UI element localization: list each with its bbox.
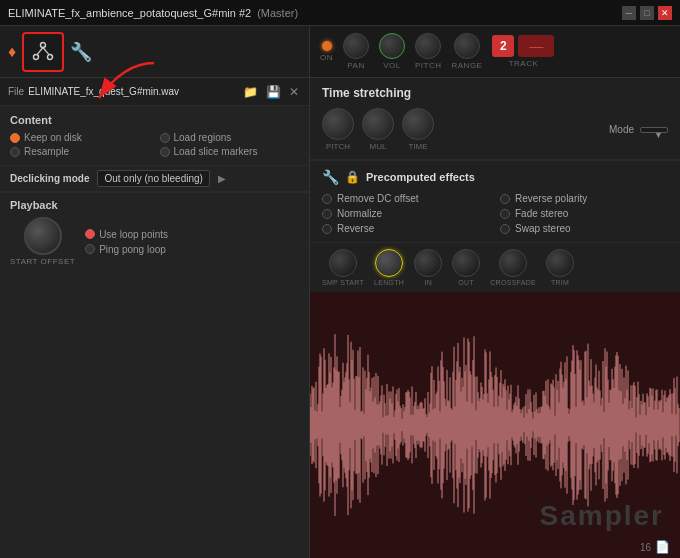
content-options-grid: Keep on disk Load regions Resample Load … <box>10 132 299 157</box>
node-icon-box[interactable] <box>22 32 64 72</box>
start-offset-knob-area: START OFFSET <box>10 217 75 266</box>
pitch-ts-label: PITCH <box>326 142 350 151</box>
playback-section: Playback START OFFSET Use loop points Pi… <box>0 192 309 272</box>
option-keep-on-disk-label: Keep on disk <box>24 132 82 143</box>
start-offset-label: START OFFSET <box>10 257 75 266</box>
content-title: Content <box>10 114 299 126</box>
pitch-ts-knob-group: PITCH <box>322 108 354 151</box>
radio-reverse-polarity <box>500 194 510 204</box>
mul-ts-label: MUL <box>370 142 387 151</box>
title-bar-left: ELIMINATE_fx_ambience_potatoquest_G#min … <box>8 7 298 19</box>
ts-mode-label: Mode <box>609 124 634 135</box>
fx-reverse[interactable]: Reverse <box>322 223 490 234</box>
option-ping-pong-loop[interactable]: Ping pong loop <box>85 244 168 255</box>
close-button[interactable]: ✕ <box>658 6 672 20</box>
radio-normalize <box>322 209 332 219</box>
option-load-regions[interactable]: Load regions <box>160 132 300 143</box>
top-controls: ON PAN VOL PITCH RANGE <box>310 26 680 78</box>
track-control: 2 — TRACK <box>492 35 554 68</box>
maximize-button[interactable]: □ <box>640 6 654 20</box>
range-control: RANGE <box>452 33 483 70</box>
pitch-ts-knob[interactable] <box>322 108 354 140</box>
fx-reverse-label: Reverse <box>337 223 374 234</box>
track-label: TRACK <box>509 59 539 68</box>
start-offset-knob[interactable] <box>24 217 62 255</box>
fx-lock-icon: 🔒 <box>345 170 360 184</box>
smp-start-knob[interactable] <box>329 249 357 277</box>
fx-wrench-icon: 🔧 <box>322 169 339 185</box>
waveform-icon: 📄 <box>655 540 670 554</box>
on-label: ON <box>320 53 333 62</box>
range-label: RANGE <box>452 61 483 70</box>
option-keep-on-disk[interactable]: Keep on disk <box>10 132 150 143</box>
trim-group: TRIM <box>546 249 574 286</box>
pan-knob[interactable] <box>343 33 369 59</box>
file-label: File <box>8 86 24 97</box>
radio-reverse <box>322 224 332 234</box>
length-group: LENGTH <box>374 249 404 286</box>
vol-label: VOL <box>383 61 401 70</box>
fx-fade-stereo[interactable]: Fade stereo <box>500 208 668 219</box>
time-ts-knob[interactable] <box>402 108 434 140</box>
fx-normalize-label: Normalize <box>337 208 382 219</box>
on-control: ON <box>320 41 333 62</box>
in-knob[interactable] <box>414 249 442 277</box>
ts-mode-dropdown[interactable]: ▼ <box>640 127 668 133</box>
vol-knob[interactable] <box>379 33 405 59</box>
wrench-icon[interactable]: 🔧 <box>70 41 92 63</box>
fx-fade-stereo-label: Fade stereo <box>515 208 568 219</box>
smp-start-group: SMP START <box>322 249 364 286</box>
radio-remove-dc <box>322 194 332 204</box>
track-dash[interactable]: — <box>518 35 554 57</box>
svg-point-2 <box>48 54 53 59</box>
waveform-area[interactable]: Sampler 16 📄 <box>310 292 680 558</box>
declicking-row: Declicking mode Out only (no bleeding) ▶ <box>0 165 309 191</box>
time-stretching-controls: PITCH MUL TIME Mode ▼ <box>322 108 668 151</box>
node-graph-icon <box>31 40 55 64</box>
option-load-regions-label: Load regions <box>174 132 232 143</box>
range-knob[interactable] <box>454 33 480 59</box>
file-name[interactable]: ELIMINATE_fx_quest_G#min.wav <box>28 86 179 97</box>
crossfade-knob[interactable] <box>499 249 527 277</box>
fx-swap-stereo[interactable]: Swap stereo <box>500 223 668 234</box>
playback-title: Playback <box>10 199 299 211</box>
fx-normalize[interactable]: Normalize <box>322 208 490 219</box>
track-number-badge[interactable]: 2 <box>492 35 514 57</box>
toolbar: ♦ 🔧 <box>0 26 309 78</box>
declicking-value[interactable]: Out only (no bleeding) <box>97 170 209 187</box>
playback-grid: START OFFSET Use loop points Ping pong l… <box>10 217 299 266</box>
length-knob[interactable] <box>375 249 403 277</box>
in-label: IN <box>424 279 432 286</box>
smp-start-label: SMP START <box>322 279 364 286</box>
title-text: ELIMINATE_fx_ambience_potatoquest_G#min … <box>8 7 251 19</box>
fx-reverse-polarity-label: Reverse polarity <box>515 193 587 204</box>
trim-knob[interactable] <box>546 249 574 277</box>
option-resample[interactable]: Resample <box>10 146 150 157</box>
title-subtitle: (Master) <box>257 7 298 19</box>
pitch-control: PITCH <box>415 33 442 70</box>
time-ts-label: TIME <box>408 142 427 151</box>
option-use-loop-points[interactable]: Use loop points <box>85 229 168 240</box>
fx-swap-stereo-label: Swap stereo <box>515 223 571 234</box>
crossfade-label: CROSSFADE <box>490 279 536 286</box>
on-led[interactable] <box>322 41 332 51</box>
wave-icon: ♦ <box>8 43 16 61</box>
length-label: LENGTH <box>374 279 404 286</box>
fx-remove-dc[interactable]: Remove DC offset <box>322 193 490 204</box>
left-panel: ♦ 🔧 <box>0 26 310 558</box>
file-close-button[interactable]: ✕ <box>287 85 301 99</box>
radio-ping-pong-loop <box>85 244 95 254</box>
out-knob[interactable] <box>452 249 480 277</box>
file-save-button[interactable]: 💾 <box>264 85 283 99</box>
ts-mode-group: Mode ▼ <box>609 124 668 135</box>
main-container: ♦ 🔧 <box>0 26 680 558</box>
mul-ts-knob[interactable] <box>362 108 394 140</box>
fx-reverse-polarity[interactable]: Reverse polarity <box>500 193 668 204</box>
minimize-button[interactable]: ─ <box>622 6 636 20</box>
mul-ts-knob-group: MUL <box>362 108 394 151</box>
option-resample-label: Resample <box>24 146 69 157</box>
pitch-knob[interactable] <box>415 33 441 59</box>
file-open-button[interactable]: 📁 <box>241 85 260 99</box>
option-load-slice-markers[interactable]: Load slice markers <box>160 146 300 157</box>
time-ts-knob-group: TIME <box>402 108 434 151</box>
